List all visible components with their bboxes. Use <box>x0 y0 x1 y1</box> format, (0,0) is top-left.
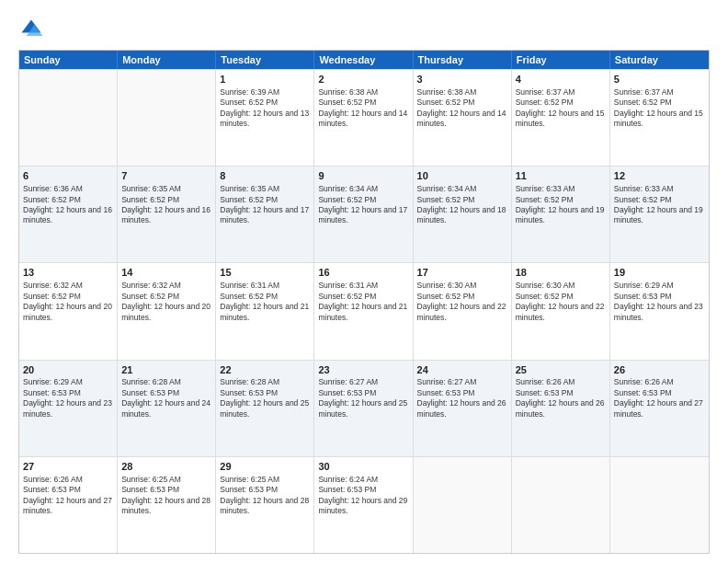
calendar-row-4: 20Sunrise: 6:29 AMSunset: 6:53 PMDayligh… <box>19 360 709 456</box>
sunset-text: Sunset: 6:53 PM <box>121 388 179 397</box>
day-number: 7 <box>121 169 211 183</box>
day-cell-30: 30Sunrise: 6:24 AMSunset: 6:53 PMDayligh… <box>314 457 413 553</box>
daylight-text: Daylight: 12 hours and 20 minutes. <box>121 302 210 321</box>
header-day-saturday: Saturday <box>610 51 709 69</box>
day-cell-16: 16Sunrise: 6:31 AMSunset: 6:52 PMDayligh… <box>314 263 413 359</box>
sunset-text: Sunset: 6:52 PM <box>220 195 278 204</box>
sunset-text: Sunset: 6:52 PM <box>516 98 574 107</box>
sunset-text: Sunset: 6:53 PM <box>23 485 81 494</box>
day-cell-1: 1Sunrise: 6:39 AMSunset: 6:52 PMDaylight… <box>216 70 314 166</box>
sunset-text: Sunset: 6:53 PM <box>614 292 672 301</box>
sunset-text: Sunset: 6:52 PM <box>23 292 81 301</box>
calendar: SundayMondayTuesdayWednesdayThursdayFrid… <box>18 50 710 554</box>
daylight-text: Daylight: 12 hours and 17 minutes. <box>220 205 309 224</box>
day-cell-23: 23Sunrise: 6:27 AMSunset: 6:53 PMDayligh… <box>314 361 413 456</box>
sunset-text: Sunset: 6:53 PM <box>516 388 574 397</box>
day-number: 27 <box>23 460 113 474</box>
sunrise-text: Sunrise: 6:26 AM <box>614 377 674 386</box>
daylight-text: Daylight: 12 hours and 24 minutes. <box>121 398 210 418</box>
sunset-text: Sunset: 6:52 PM <box>220 98 278 107</box>
logo-icon <box>18 17 44 42</box>
sunrise-text: Sunrise: 6:30 AM <box>417 281 477 290</box>
day-cell-12: 12Sunrise: 6:33 AMSunset: 6:52 PMDayligh… <box>610 167 709 262</box>
page: SundayMondayTuesdayWednesdayThursdayFrid… <box>0 0 728 563</box>
daylight-text: Daylight: 12 hours and 25 minutes. <box>220 398 309 418</box>
sunrise-text: Sunrise: 6:32 AM <box>121 281 181 290</box>
sunrise-text: Sunrise: 6:31 AM <box>318 281 378 290</box>
calendar-row-3: 13Sunrise: 6:32 AMSunset: 6:52 PMDayligh… <box>19 262 709 359</box>
empty-cell <box>610 457 709 553</box>
sunset-text: Sunset: 6:52 PM <box>318 98 376 107</box>
daylight-text: Daylight: 12 hours and 27 minutes. <box>23 496 112 515</box>
day-number: 25 <box>516 363 606 377</box>
sunrise-text: Sunrise: 6:32 AM <box>23 281 83 290</box>
daylight-text: Daylight: 12 hours and 26 minutes. <box>516 398 605 418</box>
calendar-header: SundayMondayTuesdayWednesdayThursdayFrid… <box>19 51 709 69</box>
sunset-text: Sunset: 6:52 PM <box>516 195 574 204</box>
sunset-text: Sunset: 6:53 PM <box>417 388 475 397</box>
empty-cell <box>512 457 610 553</box>
sunrise-text: Sunrise: 6:28 AM <box>121 377 181 386</box>
day-cell-7: 7Sunrise: 6:35 AMSunset: 6:52 PMDaylight… <box>118 167 216 262</box>
daylight-text: Daylight: 12 hours and 27 minutes. <box>614 398 703 418</box>
day-number: 18 <box>516 266 606 280</box>
sunrise-text: Sunrise: 6:34 AM <box>417 184 477 193</box>
day-number: 11 <box>516 169 606 183</box>
sunrise-text: Sunrise: 6:27 AM <box>318 377 378 386</box>
day-cell-21: 21Sunrise: 6:28 AMSunset: 6:53 PMDayligh… <box>118 361 216 456</box>
day-cell-18: 18Sunrise: 6:30 AMSunset: 6:52 PMDayligh… <box>512 263 610 359</box>
day-number: 22 <box>220 363 310 377</box>
day-number: 24 <box>417 363 507 377</box>
day-cell-2: 2Sunrise: 6:38 AMSunset: 6:52 PMDaylight… <box>314 70 413 166</box>
sunrise-text: Sunrise: 6:28 AM <box>220 377 279 386</box>
sunrise-text: Sunrise: 6:34 AM <box>318 184 378 193</box>
sunset-text: Sunset: 6:53 PM <box>614 388 672 397</box>
sunrise-text: Sunrise: 6:38 AM <box>318 87 378 97</box>
sunset-text: Sunset: 6:52 PM <box>220 292 278 301</box>
sunset-text: Sunset: 6:52 PM <box>614 195 672 204</box>
sunset-text: Sunset: 6:52 PM <box>121 195 179 204</box>
day-number: 28 <box>121 460 211 474</box>
daylight-text: Daylight: 12 hours and 18 minutes. <box>417 205 506 224</box>
day-number: 30 <box>318 460 408 474</box>
sunset-text: Sunset: 6:52 PM <box>318 195 376 204</box>
daylight-text: Daylight: 12 hours and 14 minutes. <box>318 109 407 128</box>
daylight-text: Daylight: 12 hours and 22 minutes. <box>417 302 506 321</box>
sunrise-text: Sunrise: 6:26 AM <box>516 377 575 386</box>
day-cell-14: 14Sunrise: 6:32 AMSunset: 6:52 PMDayligh… <box>118 263 216 359</box>
day-cell-9: 9Sunrise: 6:34 AMSunset: 6:52 PMDaylight… <box>314 167 413 262</box>
calendar-row-1: 1Sunrise: 6:39 AMSunset: 6:52 PMDaylight… <box>19 69 709 166</box>
sunrise-text: Sunrise: 6:37 AM <box>516 87 575 97</box>
sunset-text: Sunset: 6:52 PM <box>121 292 179 301</box>
day-number: 5 <box>614 73 705 86</box>
empty-cell <box>19 70 118 166</box>
sunrise-text: Sunrise: 6:39 AM <box>220 87 279 97</box>
daylight-text: Daylight: 12 hours and 28 minutes. <box>121 496 210 515</box>
day-number: 14 <box>121 266 211 280</box>
header-day-tuesday: Tuesday <box>216 51 314 69</box>
day-cell-3: 3Sunrise: 6:38 AMSunset: 6:52 PMDaylight… <box>414 70 512 166</box>
day-number: 13 <box>23 266 113 280</box>
sunset-text: Sunset: 6:52 PM <box>614 98 672 107</box>
day-number: 19 <box>614 266 705 280</box>
calendar-row-5: 27Sunrise: 6:26 AMSunset: 6:53 PMDayligh… <box>19 456 709 553</box>
sunrise-text: Sunrise: 6:29 AM <box>23 377 83 386</box>
empty-cell <box>414 457 512 553</box>
sunset-text: Sunset: 6:52 PM <box>23 195 81 204</box>
daylight-text: Daylight: 12 hours and 15 minutes. <box>516 109 605 128</box>
day-number: 10 <box>417 169 507 183</box>
daylight-text: Daylight: 12 hours and 19 minutes. <box>516 205 605 224</box>
day-cell-10: 10Sunrise: 6:34 AMSunset: 6:52 PMDayligh… <box>414 167 512 262</box>
sunrise-text: Sunrise: 6:25 AM <box>220 475 279 484</box>
day-cell-26: 26Sunrise: 6:26 AMSunset: 6:53 PMDayligh… <box>610 361 709 456</box>
logo <box>18 17 48 42</box>
header-day-wednesday: Wednesday <box>314 51 413 69</box>
day-number: 17 <box>417 266 507 280</box>
day-number: 3 <box>417 73 507 86</box>
daylight-text: Daylight: 12 hours and 21 minutes. <box>318 302 407 321</box>
daylight-text: Daylight: 12 hours and 23 minutes. <box>23 398 112 418</box>
day-cell-24: 24Sunrise: 6:27 AMSunset: 6:53 PMDayligh… <box>414 361 512 456</box>
daylight-text: Daylight: 12 hours and 21 minutes. <box>220 302 309 321</box>
sunset-text: Sunset: 6:53 PM <box>318 485 376 494</box>
sunrise-text: Sunrise: 6:38 AM <box>417 87 477 97</box>
